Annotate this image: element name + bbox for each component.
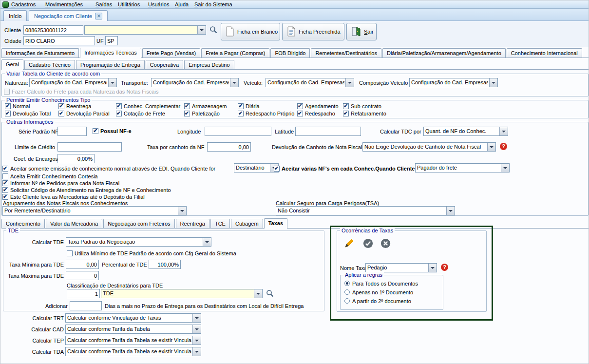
tab-negociacao-com-cliente[interactable]: Negociação com Cliente: [29, 10, 108, 21]
composicao-veiculo-select[interactable]: Configuração do Cad. Empresas: [409, 78, 498, 87]
checkbox-cortesia[interactable]: Aceita Emitir Conhecimento Cortesia: [2, 173, 98, 180]
checkbox-reentrega[interactable]: Reentrega: [58, 103, 91, 110]
menu-utilitarios[interactable]: Utilitários: [118, 1, 140, 8]
tab-taxas[interactable]: Taxas: [264, 218, 287, 229]
classificacao-num-input[interactable]: [67, 289, 100, 298]
checkbox-conhec-complementar[interactable]: Conhec. Complementar: [116, 103, 180, 110]
calcular-tda-select[interactable]: Calcular conforme Tarifa da Tabela se ex…: [65, 347, 201, 356]
tab-cooperativa[interactable]: Cooperativa: [146, 60, 183, 69]
checkbox-sub-contrato[interactable]: Sub-contrato: [343, 103, 381, 110]
tab-empresa-destino[interactable]: Empresa Destino: [184, 60, 234, 69]
tab-tce[interactable]: TCE: [210, 219, 230, 228]
menu-saidas[interactable]: Saídas: [95, 1, 112, 8]
tab-conhecimento-internacional[interactable]: Conhecimento Internacional: [507, 48, 582, 57]
aceitar-varias-select[interactable]: Pagador do frete: [415, 163, 510, 172]
calcular-tde-select[interactable]: Taxa Padrão da Negociação: [66, 237, 211, 247]
tab-reentrega[interactable]: Reentrega: [176, 219, 209, 228]
tab-diaria-paletizacao[interactable]: Diária/Paletização/Armazenagem/Agendamen…: [382, 48, 506, 57]
transporte-select[interactable]: Configuração do Cad. Empresas: [151, 78, 239, 87]
radio-para-todos-documentos[interactable]: Para Todos os Documentos: [344, 280, 418, 287]
radio-a-partir-segundo-documento[interactable]: A partir do 2º documento: [344, 298, 411, 304]
checkbox-diaria[interactable]: Diária: [238, 103, 260, 110]
checkbox-redespacho-proprio[interactable]: Redespacho Próprio: [238, 110, 294, 117]
tab-conhecimento[interactable]: Conhecimento: [1, 219, 45, 228]
tab-negociacao-com-freteiros[interactable]: Negociação com Freteiros: [103, 219, 174, 228]
checkbox-solicitar-codigo[interactable]: Solicitar Código de Atendimento na Entre…: [2, 187, 171, 193]
menu-ajuda[interactable]: Ajuda: [175, 1, 189, 8]
aceitar-edi-select[interactable]: Destinatário: [234, 163, 279, 172]
checkbox-informar-pedidos[interactable]: Informar Nº de Pedidos para cada Nota Fi…: [2, 180, 119, 187]
menu-sair-do-sistema[interactable]: Sair do Sistema: [194, 1, 232, 8]
checkbox-normal[interactable]: Normal: [5, 103, 30, 110]
calcular-tdc-select[interactable]: Quant. de NF do Conhec.: [423, 127, 508, 136]
natureza-select[interactable]: Configuração do Cad. Empresas: [29, 78, 117, 87]
tab-cubagem[interactable]: Cubagem: [231, 219, 263, 228]
tab-informacoes-faturamento[interactable]: Informações de Faturamento: [1, 48, 79, 57]
menu-usuarios[interactable]: Usuários: [148, 1, 169, 8]
calcular-trt-select[interactable]: Calcular conforme Vinculação de Taxas: [65, 313, 201, 323]
cidade-input[interactable]: [23, 36, 95, 45]
checkbox-refaturamento[interactable]: Refaturamento: [343, 110, 386, 117]
close-icon[interactable]: [95, 13, 102, 19]
checkbox-calc-frete-natureza[interactable]: Fazer Cálculo do Frete para cada Naturez…: [4, 88, 158, 95]
checkbox-armazenagem[interactable]: Armazenagem: [184, 103, 227, 110]
checkbox-agendamento[interactable]: Agendamento: [297, 103, 339, 110]
tab-frete-pago-vendas[interactable]: Frete Pago (Vendas): [142, 48, 201, 57]
help-icon[interactable]: [500, 143, 507, 150]
checkbox-cliente-leva[interactable]: Este Cliente leva as Mercadorias até o D…: [2, 193, 145, 200]
tab-programacao-de-entrega[interactable]: Programação de Entrega: [76, 60, 145, 69]
tab-frete-a-pagar-compras[interactable]: Frete a Pagar (Compras): [201, 48, 269, 57]
devolucao-canhoto-select[interactable]: Não Exige Devolução de Canhoto de Nota F…: [362, 142, 496, 152]
tab-informacoes-tecnicas[interactable]: Informações Técnicas: [80, 48, 141, 58]
radio-apenas-primeiro-documento[interactable]: Apenas no 1º Documento: [344, 289, 413, 295]
menu-cadastros[interactable]: Cadastros: [11, 1, 36, 8]
nome-taxa-select[interactable]: Pedagio: [365, 263, 437, 272]
tab-geral[interactable]: Geral: [1, 59, 23, 70]
taxa-maxima-tde-input[interactable]: [66, 271, 99, 280]
agrupamento-select[interactable]: Por Remetente/Destinatário: [2, 206, 187, 215]
checkbox-aceitar-edi[interactable]: Aceitar somente emissão de conhecimento …: [2, 165, 215, 172]
checkbox-possui-nfe[interactable]: Possui NF-e: [93, 128, 132, 134]
serie-padrao-nf-input[interactable]: [57, 127, 87, 136]
latitude-input[interactable]: [295, 127, 361, 136]
ficha-preenchida-button[interactable]: Ficha Preenchida: [282, 23, 344, 40]
coef-encargos-input[interactable]: [57, 154, 95, 163]
adicionar-dias-input[interactable]: [70, 301, 102, 310]
cliente-name-select[interactable]: [84, 25, 206, 35]
cancel-x-icon[interactable]: [380, 238, 391, 250]
tab-valor-da-mercadoria[interactable]: Valor da Mercadoria: [46, 219, 102, 228]
search-icon[interactable]: [266, 289, 274, 298]
checkbox-utiliza-minimo-tde[interactable]: Utiliza Mínimo de TDE Padrão de acordo c…: [67, 250, 236, 257]
edit-pencil-icon[interactable]: [343, 237, 356, 250]
taxa-minima-tde-input[interactable]: [66, 260, 99, 269]
tab-remetentes-destinatarios[interactable]: Remetentes/Destinatários: [311, 48, 381, 57]
help-icon[interactable]: [441, 264, 448, 271]
tab-inicio[interactable]: Início: [3, 10, 27, 21]
classificacao-select[interactable]: TDE: [101, 289, 263, 298]
checkbox-cotacao-de-frete[interactable]: Cotação de Frete: [116, 110, 165, 117]
checkbox-devolucao-total[interactable]: Devolução Total: [5, 110, 51, 117]
longitude-input[interactable]: [205, 127, 271, 136]
cliente-code-input[interactable]: [23, 25, 83, 35]
confirm-check-icon[interactable]: [362, 238, 374, 250]
calcular-tep-select[interactable]: Calcular conforme Tarifa da Tabela se ex…: [65, 336, 201, 345]
veiculo-select[interactable]: Configuração do Cad. Empresas: [266, 78, 354, 87]
search-icon[interactable]: [209, 25, 218, 34]
calcular-cad-select[interactable]: Calcular conforme Tarifa da Tabela: [65, 325, 201, 334]
checkbox-redespacho[interactable]: Redespacho: [297, 110, 335, 117]
group-title: TDE: [6, 228, 20, 234]
group-title: Outras Informações: [5, 119, 55, 125]
checkbox-paletizacao[interactable]: Paletização: [184, 110, 220, 117]
limite-credito-input[interactable]: [57, 142, 122, 152]
checkbox-devolucao-parcial[interactable]: Devolução Parcial: [58, 110, 110, 117]
menu-movimentacoes[interactable]: Movimentações: [45, 1, 83, 8]
seguro-carga-perigosa-select[interactable]: Não Consistir: [276, 206, 455, 215]
tab-fob-dirigido[interactable]: FOB Dirigido: [270, 48, 310, 57]
tab-cadastro-tecnico[interactable]: Cadastro Técnico: [24, 60, 75, 69]
uf-input[interactable]: [105, 36, 118, 45]
ficha-em-branco-button[interactable]: Ficha em Branco: [221, 23, 280, 40]
percentual-tde-input[interactable]: [149, 260, 181, 269]
checkbox-aceitar-varias-nf[interactable]: Aceitar várias NF's em cada Conhec.Quand…: [274, 165, 423, 172]
sair-button[interactable]: Sair: [346, 23, 377, 40]
taxa-canhoto-input[interactable]: [207, 142, 251, 152]
